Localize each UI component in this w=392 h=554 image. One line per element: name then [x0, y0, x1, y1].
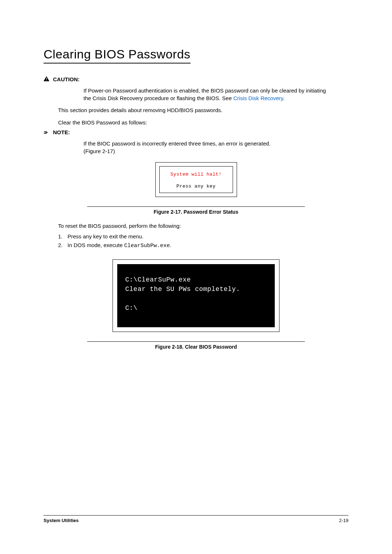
note-icon: ≡>	[44, 129, 53, 136]
figure-18-divider	[87, 341, 305, 342]
caution-callout: ! CAUTION:	[44, 76, 348, 83]
caution-text-pre: If Power-on Password authentication is e…	[83, 87, 326, 101]
error-box: System will halt! Press any key	[159, 166, 233, 193]
note-body: If the BIOC password is incorrectly ente…	[83, 140, 327, 155]
figure-17-caption: Figure 2-17. Password Error Status	[44, 209, 348, 215]
terminal-line-1: C:\ClearSuPw.exe	[125, 275, 267, 284]
step-1-text: Press any key to exit the menu.	[68, 232, 143, 241]
crisis-disk-recovery-link[interactable]: Crisis Disk Recovery	[233, 95, 283, 101]
note-label: NOTE:	[53, 129, 70, 136]
footer-page-number: 2-19	[339, 518, 348, 523]
note-line-2: (Figure 2-17)	[83, 147, 327, 155]
footer-section: System Utilities	[44, 518, 79, 523]
svg-text:!: !	[46, 77, 47, 81]
step-number: 1.	[58, 232, 68, 241]
error-line-1: System will halt!	[162, 172, 230, 177]
figure-17: System will halt! Press any key	[44, 162, 348, 197]
note-line-1: If the BIOC password is incorrectly ente…	[83, 140, 327, 147]
caution-icon: !	[44, 76, 53, 83]
caution-text-post: .	[283, 95, 285, 101]
reset-intro: To reset the BIOS password, perform the …	[58, 222, 348, 230]
step-2-pre: In DOS mode, execute	[68, 242, 124, 248]
dos-terminal: C:\ClearSuPw.exe Clear the SU PWs comple…	[117, 264, 275, 327]
list-item: 1. Press any key to exit the menu.	[58, 232, 348, 241]
intro-text-2: Clear the BIOS Password as follows:	[58, 119, 348, 127]
steps-list: 1. Press any key to exit the menu. 2. In…	[58, 232, 348, 250]
step-2-text: In DOS mode, execute ClearSubPw.exe.	[68, 241, 171, 250]
figure-17-divider	[87, 206, 305, 207]
list-item: 2. In DOS mode, execute ClearSubPw.exe.	[58, 241, 348, 250]
intro-text-1: This section provides details about remo…	[58, 106, 348, 114]
terminal-line-3: C:\	[125, 303, 267, 313]
page-title: Clearing BIOS Passwords	[44, 47, 191, 63]
figure-18: C:\ClearSuPw.exe Clear the SU PWs comple…	[44, 259, 348, 332]
caution-label: CAUTION:	[53, 76, 79, 83]
note-callout: ≡> NOTE:	[44, 129, 348, 136]
error-line-2: Press any key	[162, 184, 230, 189]
footer-rule	[44, 515, 348, 516]
step-2-post: .	[170, 242, 171, 248]
page-footer: System Utilities 2-19	[44, 515, 348, 523]
step-number: 2.	[58, 241, 68, 250]
document-page: Clearing BIOS Passwords ! CAUTION: If Po…	[0, 0, 392, 554]
step-2-code: ClearSubPw.exe	[124, 243, 170, 249]
error-box-frame: System will halt! Press any key	[155, 162, 237, 197]
caution-body: If Power-on Password authentication is e…	[83, 87, 327, 102]
terminal-line-2: Clear the SU PWs completely.	[125, 284, 267, 294]
figure-18-caption: Figure 2-18. Clear BIOS Password	[44, 344, 348, 350]
terminal-frame: C:\ClearSuPw.exe Clear the SU PWs comple…	[113, 259, 279, 332]
